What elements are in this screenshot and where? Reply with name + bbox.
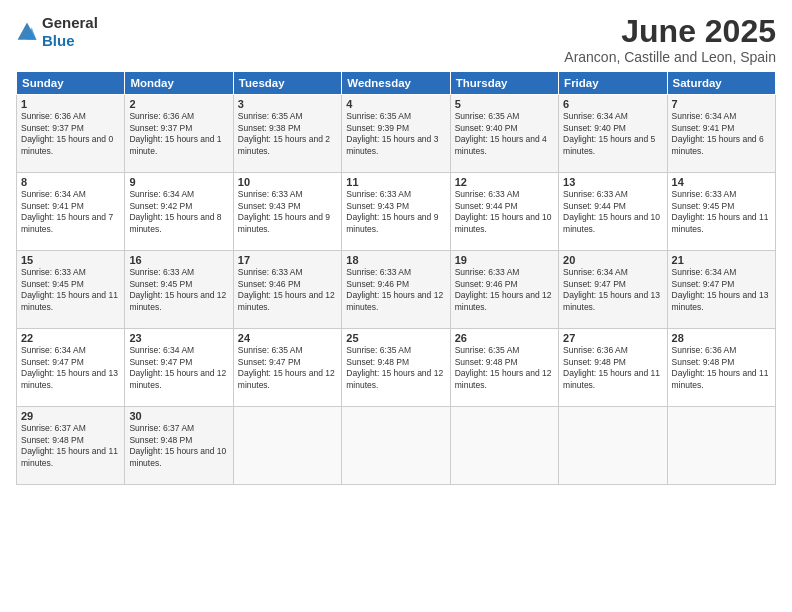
day-number: 7 <box>672 98 771 110</box>
sunrise: Sunrise: 6:36 AM <box>129 111 228 122</box>
sunrise: Sunrise: 6:36 AM <box>563 345 662 356</box>
sunset: Sunset: 9:47 PM <box>238 357 337 368</box>
table-row: 20Sunrise: 6:34 AMSunset: 9:47 PMDayligh… <box>559 251 667 329</box>
sunrise: Sunrise: 6:36 AM <box>21 111 120 122</box>
sunset: Sunset: 9:48 PM <box>346 357 445 368</box>
daylight: Daylight: 15 hours and 10 minutes. <box>455 212 554 235</box>
cell-content: Sunrise: 6:37 AMSunset: 9:48 PMDaylight:… <box>21 423 120 469</box>
header-tuesday: Tuesday <box>233 72 341 95</box>
table-row: 4Sunrise: 6:35 AMSunset: 9:39 PMDaylight… <box>342 95 450 173</box>
cell-content: Sunrise: 6:34 AMSunset: 9:47 PMDaylight:… <box>21 345 120 391</box>
table-row <box>450 407 558 485</box>
cell-content: Sunrise: 6:35 AMSunset: 9:40 PMDaylight:… <box>455 111 554 157</box>
sunset: Sunset: 9:40 PM <box>455 123 554 134</box>
table-row: 12Sunrise: 6:33 AMSunset: 9:44 PMDayligh… <box>450 173 558 251</box>
sunset: Sunset: 9:38 PM <box>238 123 337 134</box>
cell-content: Sunrise: 6:35 AMSunset: 9:39 PMDaylight:… <box>346 111 445 157</box>
sunset: Sunset: 9:41 PM <box>21 201 120 212</box>
table-row <box>233 407 341 485</box>
table-row: 29Sunrise: 6:37 AMSunset: 9:48 PMDayligh… <box>17 407 125 485</box>
table-row: 8Sunrise: 6:34 AMSunset: 9:41 PMDaylight… <box>17 173 125 251</box>
table-row: 14Sunrise: 6:33 AMSunset: 9:45 PMDayligh… <box>667 173 775 251</box>
sunset: Sunset: 9:37 PM <box>21 123 120 134</box>
table-row: 6Sunrise: 6:34 AMSunset: 9:40 PMDaylight… <box>559 95 667 173</box>
day-number: 26 <box>455 332 554 344</box>
daylight: Daylight: 15 hours and 12 minutes. <box>129 368 228 391</box>
table-row: 28Sunrise: 6:36 AMSunset: 9:48 PMDayligh… <box>667 329 775 407</box>
header-sunday: Sunday <box>17 72 125 95</box>
cell-content: Sunrise: 6:34 AMSunset: 9:47 PMDaylight:… <box>563 267 662 313</box>
sunrise: Sunrise: 6:33 AM <box>21 267 120 278</box>
daylight: Daylight: 15 hours and 13 minutes. <box>21 368 120 391</box>
day-number: 30 <box>129 410 228 422</box>
sunrise: Sunrise: 6:34 AM <box>563 111 662 122</box>
sunset: Sunset: 9:39 PM <box>346 123 445 134</box>
calendar-week-5: 29Sunrise: 6:37 AMSunset: 9:48 PMDayligh… <box>17 407 776 485</box>
logo: General Blue <box>16 14 98 50</box>
daylight: Daylight: 15 hours and 12 minutes. <box>455 290 554 313</box>
table-row: 2Sunrise: 6:36 AMSunset: 9:37 PMDaylight… <box>125 95 233 173</box>
logo-general: General <box>42 14 98 31</box>
sunset: Sunset: 9:42 PM <box>129 201 228 212</box>
daylight: Daylight: 15 hours and 10 minutes. <box>563 212 662 235</box>
sunset: Sunset: 9:47 PM <box>129 357 228 368</box>
day-number: 28 <box>672 332 771 344</box>
sunset: Sunset: 9:46 PM <box>238 279 337 290</box>
sunset: Sunset: 9:46 PM <box>346 279 445 290</box>
sunset: Sunset: 9:43 PM <box>346 201 445 212</box>
sunrise: Sunrise: 6:35 AM <box>455 111 554 122</box>
daylight: Daylight: 15 hours and 9 minutes. <box>238 212 337 235</box>
day-number: 21 <box>672 254 771 266</box>
day-number: 24 <box>238 332 337 344</box>
table-row: 13Sunrise: 6:33 AMSunset: 9:44 PMDayligh… <box>559 173 667 251</box>
cell-content: Sunrise: 6:36 AMSunset: 9:48 PMDaylight:… <box>563 345 662 391</box>
table-row: 24Sunrise: 6:35 AMSunset: 9:47 PMDayligh… <box>233 329 341 407</box>
sunset: Sunset: 9:48 PM <box>21 435 120 446</box>
cell-content: Sunrise: 6:36 AMSunset: 9:37 PMDaylight:… <box>129 111 228 157</box>
daylight: Daylight: 15 hours and 13 minutes. <box>672 290 771 313</box>
sunrise: Sunrise: 6:33 AM <box>455 189 554 200</box>
sunrise: Sunrise: 6:33 AM <box>129 267 228 278</box>
table-row: 23Sunrise: 6:34 AMSunset: 9:47 PMDayligh… <box>125 329 233 407</box>
daylight: Daylight: 15 hours and 12 minutes. <box>346 368 445 391</box>
day-number: 25 <box>346 332 445 344</box>
table-row: 21Sunrise: 6:34 AMSunset: 9:47 PMDayligh… <box>667 251 775 329</box>
table-row: 10Sunrise: 6:33 AMSunset: 9:43 PMDayligh… <box>233 173 341 251</box>
table-row: 5Sunrise: 6:35 AMSunset: 9:40 PMDaylight… <box>450 95 558 173</box>
sunset: Sunset: 9:37 PM <box>129 123 228 134</box>
cell-content: Sunrise: 6:34 AMSunset: 9:47 PMDaylight:… <box>672 267 771 313</box>
daylight: Daylight: 15 hours and 12 minutes. <box>346 290 445 313</box>
cell-content: Sunrise: 6:33 AMSunset: 9:44 PMDaylight:… <box>455 189 554 235</box>
sunrise: Sunrise: 6:33 AM <box>346 189 445 200</box>
sunset: Sunset: 9:47 PM <box>21 357 120 368</box>
main-title: June 2025 <box>564 14 776 49</box>
day-number: 27 <box>563 332 662 344</box>
cell-content: Sunrise: 6:34 AMSunset: 9:40 PMDaylight:… <box>563 111 662 157</box>
table-row: 11Sunrise: 6:33 AMSunset: 9:43 PMDayligh… <box>342 173 450 251</box>
table-row: 1Sunrise: 6:36 AMSunset: 9:37 PMDaylight… <box>17 95 125 173</box>
day-number: 15 <box>21 254 120 266</box>
cell-content: Sunrise: 6:34 AMSunset: 9:41 PMDaylight:… <box>672 111 771 157</box>
sunrise: Sunrise: 6:33 AM <box>346 267 445 278</box>
sunrise: Sunrise: 6:35 AM <box>238 111 337 122</box>
cell-content: Sunrise: 6:36 AMSunset: 9:37 PMDaylight:… <box>21 111 120 157</box>
daylight: Daylight: 15 hours and 2 minutes. <box>238 134 337 157</box>
calendar-table: Sunday Monday Tuesday Wednesday Thursday… <box>16 71 776 485</box>
sunrise: Sunrise: 6:34 AM <box>21 345 120 356</box>
sunrise: Sunrise: 6:34 AM <box>563 267 662 278</box>
cell-content: Sunrise: 6:36 AMSunset: 9:48 PMDaylight:… <box>672 345 771 391</box>
logo-icon <box>16 21 38 43</box>
cell-content: Sunrise: 6:33 AMSunset: 9:44 PMDaylight:… <box>563 189 662 235</box>
sunrise: Sunrise: 6:35 AM <box>455 345 554 356</box>
sunset: Sunset: 9:48 PM <box>563 357 662 368</box>
daylight: Daylight: 15 hours and 1 minute. <box>129 134 228 157</box>
daylight: Daylight: 15 hours and 12 minutes. <box>455 368 554 391</box>
table-row: 17Sunrise: 6:33 AMSunset: 9:46 PMDayligh… <box>233 251 341 329</box>
daylight: Daylight: 15 hours and 11 minutes. <box>563 368 662 391</box>
day-number: 6 <box>563 98 662 110</box>
day-number: 13 <box>563 176 662 188</box>
day-number: 22 <box>21 332 120 344</box>
daylight: Daylight: 15 hours and 12 minutes. <box>129 290 228 313</box>
daylight: Daylight: 15 hours and 7 minutes. <box>21 212 120 235</box>
header-saturday: Saturday <box>667 72 775 95</box>
